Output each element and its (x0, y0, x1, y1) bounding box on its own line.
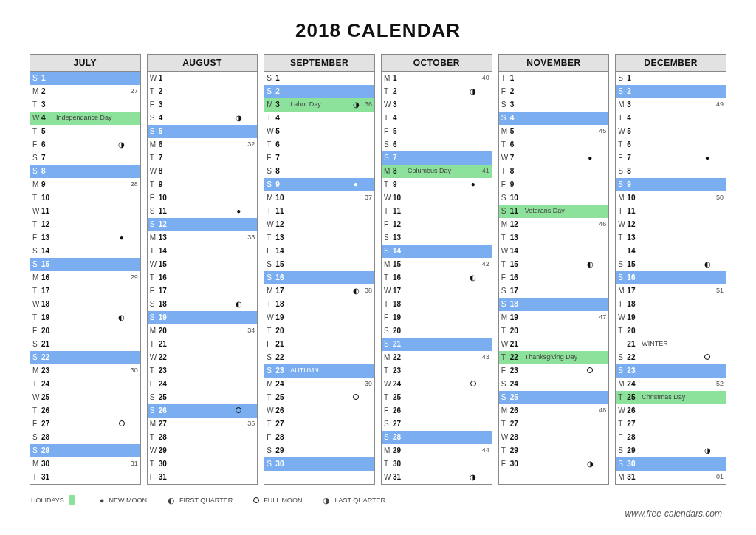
day-number: 14 (159, 248, 172, 255)
day-row: M1542 (382, 258, 492, 271)
day-row: F10 (148, 191, 258, 205)
day-row: T22Thanksgiving Day (499, 351, 609, 364)
day-number: 25 (627, 394, 640, 401)
day-row: F14 (264, 245, 374, 258)
day-row: S24 (499, 378, 609, 391)
day-row: S29◑ (616, 444, 726, 457)
day-row: W19 (616, 311, 726, 324)
day-number: 8 (627, 168, 640, 175)
day-of-week: S (618, 460, 627, 468)
day-row: F13● (30, 231, 140, 245)
day-label: Columbus Day (406, 168, 469, 174)
day-number: 30 (393, 460, 406, 468)
day-row: W19 (264, 311, 374, 324)
day-number: 23 (159, 367, 172, 375)
day-of-week: T (501, 141, 510, 149)
day-of-week: F (150, 194, 159, 202)
day-row: T16◐ (382, 271, 492, 284)
day-number: 22 (510, 354, 523, 361)
day-of-week: M (501, 221, 510, 228)
day-of-week: S (501, 381, 510, 388)
day-of-week: T (150, 367, 159, 375)
day-number: 19 (627, 314, 640, 321)
day-of-week: S (150, 314, 159, 321)
day-row: W29 (148, 444, 258, 457)
day-number: 20 (627, 327, 640, 335)
full-moon-icon (253, 497, 259, 503)
day-of-week: F (384, 221, 393, 228)
moon-phase-icon: ◑ (234, 115, 243, 122)
week-number: 37 (360, 194, 372, 201)
day-row: S8 (30, 165, 140, 178)
day-row: S14 (382, 245, 492, 258)
day-of-week: S (384, 234, 393, 242)
day-row: T30 (148, 457, 258, 471)
day-row: T25Christmas Day (616, 391, 726, 404)
day-of-week: S (618, 88, 627, 95)
day-of-week: T (32, 407, 41, 415)
day-row: T15◐ (499, 258, 609, 271)
day-number: 29 (393, 447, 406, 454)
day-label: Labor Day (289, 101, 351, 108)
moon-phase-icon (585, 367, 594, 375)
day-row: T25 (382, 391, 492, 404)
day-number: 16 (627, 274, 640, 282)
day-row: F28 (616, 431, 726, 444)
moon-phase-icon: ◐ (585, 261, 594, 268)
day-of-week: S (32, 248, 41, 255)
day-number: 3 (275, 101, 289, 109)
legend-new-moon: NEW MOON (109, 497, 148, 504)
day-label: WINTER (640, 341, 703, 347)
day-number: 13 (275, 234, 289, 242)
day-of-week: S (150, 115, 159, 122)
day-of-week: S (267, 88, 275, 95)
day-number: 19 (510, 314, 523, 321)
day-number: 1 (393, 75, 406, 82)
week-number: 36 (360, 101, 372, 108)
day-row: W21 (499, 338, 609, 351)
new-moon-icon: ● (100, 496, 105, 505)
day-of-week: S (267, 261, 275, 268)
day-of-week: S (618, 261, 627, 268)
month-column: JULYS1M227T3W4Independance DayT5F6◑S7S8M… (30, 54, 141, 485)
day-number: 18 (510, 301, 523, 308)
day-of-week: W (150, 447, 159, 454)
day-of-week: S (501, 115, 510, 122)
day-of-week: S (32, 154, 41, 162)
day-number: 14 (510, 248, 523, 255)
day-row: S20 (382, 324, 492, 338)
day-row: T19◐ (30, 311, 140, 324)
legend-holidays-label: HOLIDAYS (31, 497, 64, 504)
day-number: 10 (41, 194, 55, 202)
day-row: S2 (616, 85, 726, 98)
day-row: M2439 (264, 378, 374, 391)
day-row: M8Columbus Day41 (382, 165, 492, 178)
day-row: S8 (264, 165, 374, 178)
day-row: S23 (616, 364, 726, 378)
day-number: 3 (627, 101, 640, 109)
day-of-week: S (384, 341, 393, 348)
day-row: T20 (264, 324, 374, 338)
day-number: 12 (393, 221, 406, 228)
day-row: S17 (499, 284, 609, 298)
day-label: Veterans Day (523, 208, 586, 214)
day-of-week: T (384, 208, 393, 215)
day-row: F14 (616, 245, 726, 258)
day-of-week: S (150, 221, 159, 228)
day-row: S15 (264, 258, 374, 271)
day-row: F7● (616, 151, 726, 165)
day-row: S15◐ (616, 258, 726, 271)
day-number: 6 (41, 141, 55, 149)
day-number: 2 (159, 88, 172, 95)
day-of-week: M (150, 141, 159, 149)
week-number: 45 (594, 128, 606, 134)
day-number: 1 (627, 75, 640, 82)
day-number: 25 (275, 394, 289, 401)
day-of-week: S (618, 447, 627, 454)
day-number: 6 (275, 141, 289, 149)
day-number: 17 (393, 287, 406, 295)
week-number: 47 (594, 314, 606, 321)
day-row: T9● (382, 178, 492, 191)
day-row: W4Independance Day (30, 112, 140, 125)
day-of-week: T (150, 181, 159, 188)
